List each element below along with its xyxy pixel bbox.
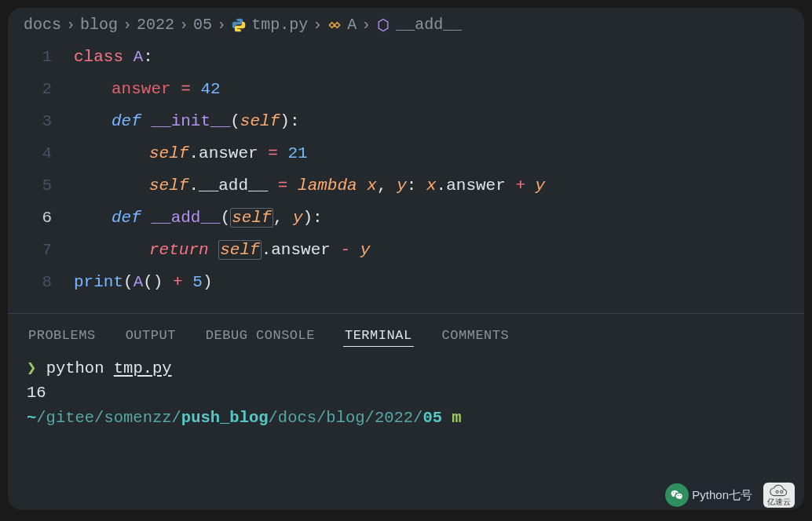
svg-point-1 xyxy=(781,490,783,493)
class-icon xyxy=(327,17,342,33)
code-line[interactable]: 7 return self.answer - y xyxy=(19,235,793,267)
identifier: x xyxy=(426,177,437,195)
breadcrumb-item[interactable]: 2022 xyxy=(137,16,174,34)
watermark-text: 亿速云 xyxy=(767,498,791,506)
terminal-cwd: ~/gitee/somenzz/push_blog/docs/blog/2022… xyxy=(27,406,785,431)
keyword: return xyxy=(149,241,209,259)
chevron-right-icon: › xyxy=(313,16,322,34)
param: x xyxy=(367,177,377,195)
class-name: A xyxy=(134,273,144,291)
tab-output[interactable]: OUTPUT xyxy=(124,325,177,347)
method-icon xyxy=(375,17,391,33)
class-name: A xyxy=(134,48,144,66)
watermark: Python七号 亿速云 xyxy=(664,482,795,508)
line-number: 6 xyxy=(19,202,74,235)
keyword: def xyxy=(112,209,141,227)
line-number: 4 xyxy=(19,138,74,170)
breadcrumb-method[interactable]: __add__ xyxy=(396,16,462,34)
identifier: __add__ xyxy=(199,177,268,195)
line-number: 8 xyxy=(19,267,74,299)
identifier: answer xyxy=(199,144,258,162)
terminal-arg: tmp.py xyxy=(114,359,172,377)
prompt-icon: ❯ xyxy=(27,359,36,377)
line-number: 7 xyxy=(19,235,74,267)
number: 5 xyxy=(192,273,203,291)
keyword: def xyxy=(112,112,141,130)
breadcrumb-item[interactable]: blog xyxy=(80,16,118,34)
code-line[interactable]: 4 self.answer = 21 xyxy=(19,138,793,170)
function-name: __add__ xyxy=(151,209,220,227)
terminal-output: 16 xyxy=(27,381,785,406)
terminal[interactable]: ❯ python tmp.py 16 ~/gitee/somenzz/push_… xyxy=(8,353,804,431)
chevron-right-icon: › xyxy=(123,16,132,34)
tab-problems[interactable]: PROBLEMS xyxy=(27,325,97,347)
cloud-icon xyxy=(766,484,792,498)
breadcrumb-file[interactable]: tmp.py xyxy=(251,16,308,34)
breadcrumb-class[interactable]: A xyxy=(347,16,357,34)
watermark-text: Python七号 xyxy=(692,488,752,503)
breadcrumb-item[interactable]: docs xyxy=(24,16,61,34)
keyword: class xyxy=(74,48,123,66)
tab-comments[interactable]: COMMENTS xyxy=(441,325,511,347)
cloud-badge: 亿速云 xyxy=(763,483,795,508)
identifier: y xyxy=(360,241,371,259)
panel-tabs: PROBLEMS OUTPUT DEBUG CONSOLE TERMINAL C… xyxy=(8,314,804,353)
code-line-active[interactable]: 6 def __add__(self, y): xyxy=(19,202,793,235)
function-name: __init__ xyxy=(151,112,230,130)
identifier: y xyxy=(536,177,546,195)
line-number: 3 xyxy=(19,106,74,138)
param-self: self xyxy=(230,208,272,228)
python-file-icon xyxy=(231,17,247,33)
identifier: answer xyxy=(446,177,506,195)
param: y xyxy=(397,177,407,195)
chevron-right-icon: › xyxy=(66,16,75,34)
param-self: self xyxy=(240,112,280,130)
wechat-badge: Python七号 xyxy=(664,482,759,508)
number: 21 xyxy=(287,144,307,162)
code-line[interactable]: 2 answer = 42 xyxy=(19,74,793,106)
code-line[interactable]: 8 print(A() + 5) xyxy=(19,267,793,299)
breadcrumb-item[interactable]: 05 xyxy=(193,16,212,34)
svg-point-0 xyxy=(776,490,778,493)
chevron-right-icon: › xyxy=(217,16,226,34)
line-number: 2 xyxy=(19,74,74,106)
keyword: lambda xyxy=(298,177,357,195)
line-number: 5 xyxy=(19,170,74,202)
code-line[interactable]: 3 def __init__(self): xyxy=(19,106,793,138)
tab-terminal[interactable]: TERMINAL xyxy=(343,325,414,347)
chevron-right-icon: › xyxy=(361,16,371,34)
self: self xyxy=(218,240,261,260)
terminal-command: python xyxy=(46,359,104,377)
editor-window: docs › blog › 2022 › 05 › tmp.py › A › _… xyxy=(8,8,804,510)
builtin: print xyxy=(74,273,123,291)
param: y xyxy=(293,209,303,227)
identifier: answer xyxy=(112,80,171,98)
identifier: answer xyxy=(271,241,331,259)
breadcrumb[interactable]: docs › blog › 2022 › 05 › tmp.py › A › _… xyxy=(8,8,804,37)
tab-debug-console[interactable]: DEBUG CONSOLE xyxy=(204,325,316,347)
terminal-command-line[interactable]: ❯ python tmp.py xyxy=(27,356,785,381)
self: self xyxy=(149,177,188,195)
code-line[interactable]: 5 self.__add__ = lambda x, y: x.answer +… xyxy=(19,170,793,202)
code-line[interactable]: 1 class A: xyxy=(19,42,793,74)
code-editor[interactable]: 1 class A: 2 answer = 42 3 def __init__(… xyxy=(8,37,804,302)
number: 42 xyxy=(200,80,220,98)
self: self xyxy=(149,144,188,162)
chevron-right-icon: › xyxy=(179,16,188,34)
line-number: 1 xyxy=(19,42,74,74)
wechat-icon xyxy=(665,483,689,507)
